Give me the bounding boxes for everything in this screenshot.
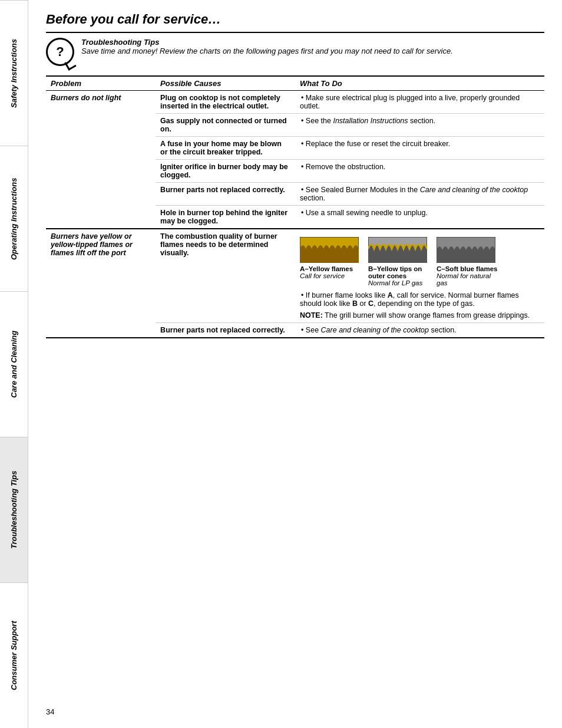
cause-cell: Plug on cooktop is not completely insert… <box>156 91 295 114</box>
todo-cell: Remove the obstruction. <box>295 160 544 183</box>
header-problem: Problem <box>46 76 156 91</box>
flame-visual-a <box>300 237 359 263</box>
sidebar-item-troubleshooting[interactable]: Troubleshooting Tips <box>0 437 28 582</box>
sidebar-item-care[interactable]: Care and Cleaning <box>0 291 28 437</box>
flame-box-b: B–Yellow tips onouter cones Normal for L… <box>368 237 427 286</box>
cause-cell: Hole in burner top behind the igniter ma… <box>156 206 295 229</box>
header-todo: What To Do <box>295 76 544 91</box>
cause-cell: Burner parts not replaced correctly. <box>156 183 295 206</box>
flame-images: A–Yellow flames Call for service <box>300 237 540 286</box>
tip-icon: ? <box>46 38 74 66</box>
table-row: Burners have yellow or yellow-tipped fla… <box>46 229 544 323</box>
sidebar-item-operating[interactable]: Operating Instructions <box>0 146 28 291</box>
cause-cell: A fuse in your home may be blown or the … <box>156 137 295 160</box>
cause-cell: Igniter orifice in burner body may be cl… <box>156 160 295 183</box>
todo-cell: Use a small sewing needle to unplug. <box>295 206 544 229</box>
tip-box: ? Troubleshooting Tips Save time and mon… <box>46 38 544 66</box>
todo-cell: See Sealed Burner Modules in the Care an… <box>295 183 544 206</box>
sidebar-item-safety[interactable]: Safety Instructions <box>0 0 28 146</box>
main-content: Before you call for service… ? Troublesh… <box>28 0 562 728</box>
flame-box-a: A–Yellow flames Call for service <box>300 237 359 279</box>
todo-cell-last: See Care and cleaning of the cooktop sec… <box>295 323 544 338</box>
sidebar-item-consumer[interactable]: Consumer Support <box>0 582 28 728</box>
flame-label-a: A–Yellow flames Call for service <box>300 265 353 279</box>
page-wrapper: Safety Instructions Operating Instructio… <box>0 0 562 728</box>
table-row: Burners do not light Plug on cooktop is … <box>46 91 544 114</box>
todo-cell: Replace the fuse or reset the circuit br… <box>295 137 544 160</box>
cause-cell: Gas supply not connected or turned on. <box>156 114 295 137</box>
problem-label-2: Burners have yellow or yellow-tipped fla… <box>51 232 133 257</box>
cause-cell: The combustion quality of burner flames … <box>156 229 295 323</box>
flame-note-2: NOTE: The grill burner will show orange … <box>300 311 540 319</box>
sidebar: Safety Instructions Operating Instructio… <box>0 0 28 728</box>
tip-title: Troubleshooting Tips <box>81 38 453 47</box>
tip-body: Save time and money! Review the charts o… <box>81 47 453 55</box>
flame-label-b: B–Yellow tips onouter cones Normal for L… <box>368 265 422 286</box>
flame-label-c: C–Soft blue flames Normal for naturalgas <box>437 265 498 286</box>
tip-text: Troubleshooting Tips Save time and money… <box>81 38 453 55</box>
cause-cell-last: Burner parts not replaced correctly. <box>156 323 295 338</box>
flame-visual-c <box>437 237 495 263</box>
problem-label-1: Burners do not light <box>51 94 121 102</box>
header-causes: Possible Causes <box>156 76 295 91</box>
page-number: 34 <box>46 707 54 716</box>
flame-box-c: C–Soft blue flames Normal for naturalgas <box>437 237 498 286</box>
flame-visual-b <box>368 237 427 263</box>
todo-cell: See the Installation Instructions sectio… <box>295 114 544 137</box>
flame-info-cell: A–Yellow flames Call for service <box>295 229 544 323</box>
trouble-table: Problem Possible Causes What To Do Burne… <box>46 75 544 338</box>
page-title: Before you call for service… <box>46 12 544 33</box>
table-header-row: Problem Possible Causes What To Do <box>46 76 544 91</box>
flame-note-1: If burner flame looks like A, call for s… <box>300 291 540 308</box>
todo-cell: Make sure electrical plug is plugged int… <box>295 91 544 114</box>
